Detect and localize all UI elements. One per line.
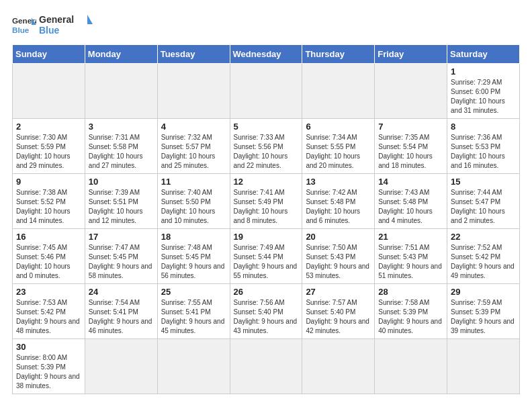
calendar-body: 1Sunrise: 7:29 AM Sunset: 6:00 PM Daylig… [13,64,520,394]
day-number: 3 [89,122,154,132]
day-number: 14 [378,177,443,187]
svg-text:Blue: Blue [39,25,60,36]
day-number: 13 [306,177,371,187]
calendar-cell [230,64,302,119]
day-info: Sunrise: 7:58 AM Sunset: 5:39 PM Dayligh… [378,298,443,336]
calendar-cell: 13Sunrise: 7:42 AM Sunset: 5:48 PM Dayli… [302,174,375,229]
calendar-cell: 19Sunrise: 7:49 AM Sunset: 5:44 PM Dayli… [230,229,302,284]
day-info: Sunrise: 7:41 AM Sunset: 5:49 PM Dayligh… [234,188,299,226]
day-number: 17 [89,232,154,242]
calendar-cell: 9Sunrise: 7:38 AM Sunset: 5:52 PM Daylig… [13,174,85,229]
day-info: Sunrise: 7:35 AM Sunset: 5:54 PM Dayligh… [378,133,443,171]
day-number: 21 [378,232,443,242]
day-info: Sunrise: 7:29 AM Sunset: 6:00 PM Dayligh… [451,78,516,116]
day-info: Sunrise: 7:56 AM Sunset: 5:40 PM Dayligh… [234,298,299,336]
calendar-cell [157,339,230,394]
calendar-cell: 23Sunrise: 7:53 AM Sunset: 5:42 PM Dayli… [13,284,85,339]
day-info: Sunrise: 7:53 AM Sunset: 5:42 PM Dayligh… [16,298,81,336]
day-number: 30 [16,342,81,352]
calendar-cell [302,64,375,119]
day-number: 9 [16,177,81,187]
day-number: 15 [451,177,516,187]
day-info: Sunrise: 7:48 AM Sunset: 5:45 PM Dayligh… [161,243,226,281]
calendar-cell: 26Sunrise: 7:56 AM Sunset: 5:40 PM Dayli… [230,284,302,339]
calendar-cell: 4Sunrise: 7:32 AM Sunset: 5:57 PM Daylig… [157,119,230,174]
column-header-sunday: Sunday [13,45,85,64]
calendar-week-4: 16Sunrise: 7:45 AM Sunset: 5:46 PM Dayli… [13,229,520,284]
day-number: 1 [451,66,516,77]
calendar-cell [230,339,302,394]
day-number: 18 [161,232,226,242]
column-header-friday: Friday [375,45,447,64]
calendar-header-row: SundayMondayTuesdayWednesdayThursdayFrid… [13,45,520,64]
day-number: 20 [306,232,371,242]
day-number: 23 [16,287,81,297]
day-info: Sunrise: 8:00 AM Sunset: 5:39 PM Dayligh… [16,353,81,391]
column-header-saturday: Saturday [447,45,520,64]
day-number: 4 [161,122,226,132]
day-info: Sunrise: 7:49 AM Sunset: 5:44 PM Dayligh… [234,243,299,281]
day-number: 28 [378,287,443,297]
day-info: Sunrise: 7:33 AM Sunset: 5:56 PM Dayligh… [234,133,299,171]
calendar-cell: 16Sunrise: 7:45 AM Sunset: 5:46 PM Dayli… [13,229,85,284]
day-info: Sunrise: 7:52 AM Sunset: 5:42 PM Dayligh… [451,243,516,281]
svg-text:Blue: Blue [12,26,30,34]
day-info: Sunrise: 7:36 AM Sunset: 5:53 PM Dayligh… [451,133,516,171]
column-header-thursday: Thursday [302,45,375,64]
calendar-week-6: 30Sunrise: 8:00 AM Sunset: 5:39 PM Dayli… [13,339,520,394]
day-info: Sunrise: 7:40 AM Sunset: 5:50 PM Dayligh… [161,188,226,226]
day-info: Sunrise: 7:50 AM Sunset: 5:43 PM Dayligh… [306,243,371,281]
day-number: 11 [161,177,226,187]
day-info: Sunrise: 7:30 AM Sunset: 5:59 PM Dayligh… [16,133,81,171]
day-number: 22 [451,232,516,242]
day-info: Sunrise: 7:55 AM Sunset: 5:41 PM Dayligh… [161,298,226,336]
logo-icon: General Blue [12,13,36,37]
day-number: 2 [16,122,81,132]
calendar-cell: 15Sunrise: 7:44 AM Sunset: 5:47 PM Dayli… [447,174,520,229]
calendar-week-5: 23Sunrise: 7:53 AM Sunset: 5:42 PM Dayli… [13,284,520,339]
day-info: Sunrise: 7:44 AM Sunset: 5:47 PM Dayligh… [451,188,516,226]
day-number: 12 [234,177,299,187]
day-info: Sunrise: 7:45 AM Sunset: 5:46 PM Dayligh… [16,243,81,281]
svg-marker-5 [87,15,93,24]
day-number: 5 [234,122,299,132]
calendar-cell: 10Sunrise: 7:39 AM Sunset: 5:51 PM Dayli… [85,174,157,229]
calendar-cell: 17Sunrise: 7:47 AM Sunset: 5:45 PM Dayli… [85,229,157,284]
calendar-cell: 30Sunrise: 8:00 AM Sunset: 5:39 PM Dayli… [13,339,85,394]
calendar-week-2: 2Sunrise: 7:30 AM Sunset: 5:59 PM Daylig… [13,119,520,174]
day-info: Sunrise: 7:43 AM Sunset: 5:48 PM Dayligh… [378,188,443,226]
day-info: Sunrise: 7:34 AM Sunset: 5:55 PM Dayligh… [306,133,371,171]
logo-svg: General Blue [39,12,93,38]
day-info: Sunrise: 7:54 AM Sunset: 5:41 PM Dayligh… [89,298,154,336]
calendar-table: SundayMondayTuesdayWednesdayThursdayFrid… [12,44,520,394]
day-number: 19 [234,232,299,242]
calendar-cell: 6Sunrise: 7:34 AM Sunset: 5:55 PM Daylig… [302,119,375,174]
day-number: 26 [234,287,299,297]
calendar-cell: 29Sunrise: 7:59 AM Sunset: 5:39 PM Dayli… [447,284,520,339]
calendar-cell: 18Sunrise: 7:48 AM Sunset: 5:45 PM Dayli… [157,229,230,284]
calendar-cell: 11Sunrise: 7:40 AM Sunset: 5:50 PM Dayli… [157,174,230,229]
calendar-cell: 22Sunrise: 7:52 AM Sunset: 5:42 PM Dayli… [447,229,520,284]
calendar-cell: 24Sunrise: 7:54 AM Sunset: 5:41 PM Dayli… [85,284,157,339]
day-info: Sunrise: 7:32 AM Sunset: 5:57 PM Dayligh… [161,133,226,171]
day-info: Sunrise: 7:42 AM Sunset: 5:48 PM Dayligh… [306,188,371,226]
day-info: Sunrise: 7:31 AM Sunset: 5:58 PM Dayligh… [89,133,154,171]
day-number: 10 [89,177,154,187]
calendar-cell: 25Sunrise: 7:55 AM Sunset: 5:41 PM Dayli… [157,284,230,339]
day-info: Sunrise: 7:57 AM Sunset: 5:40 PM Dayligh… [306,298,371,336]
calendar-cell: 3Sunrise: 7:31 AM Sunset: 5:58 PM Daylig… [85,119,157,174]
day-info: Sunrise: 7:38 AM Sunset: 5:52 PM Dayligh… [16,188,81,226]
day-info: Sunrise: 7:39 AM Sunset: 5:51 PM Dayligh… [89,188,154,226]
day-number: 8 [451,122,516,132]
column-header-wednesday: Wednesday [230,45,302,64]
calendar-cell [157,64,230,119]
column-header-tuesday: Tuesday [157,45,230,64]
day-info: Sunrise: 7:51 AM Sunset: 5:43 PM Dayligh… [378,243,443,281]
calendar-cell [85,64,157,119]
calendar-cell [85,339,157,394]
calendar-cell: 1Sunrise: 7:29 AM Sunset: 6:00 PM Daylig… [447,64,520,119]
calendar-cell: 2Sunrise: 7:30 AM Sunset: 5:59 PM Daylig… [13,119,85,174]
day-number: 16 [16,232,81,242]
column-header-monday: Monday [85,45,157,64]
calendar-cell [13,64,85,119]
